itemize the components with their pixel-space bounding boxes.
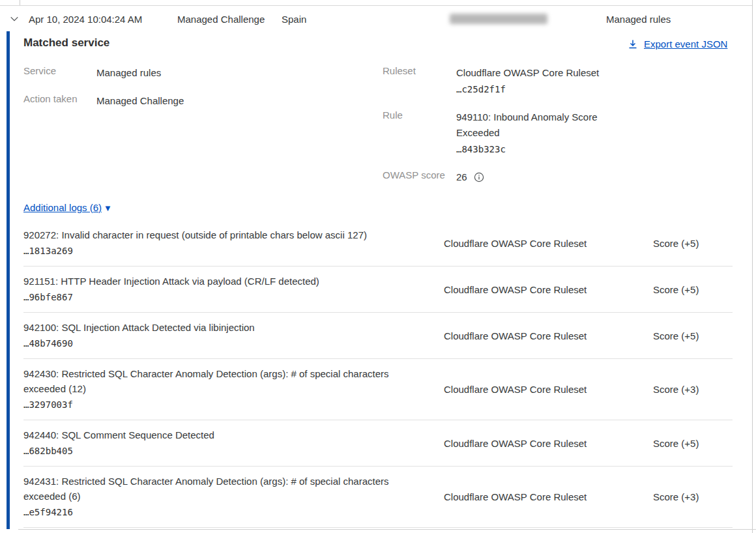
log-rule-hash: …e5f94216 xyxy=(23,505,411,520)
ruleset-name: Cloudflare OWASP Core Ruleset xyxy=(456,65,619,81)
download-icon xyxy=(628,39,638,50)
log-rule-hash: …96bfe867 xyxy=(23,290,411,305)
rule-id-hash: …843b323c xyxy=(456,141,619,157)
field-label: Ruleset xyxy=(383,65,456,97)
field-label: Rule xyxy=(383,109,456,157)
log-description: 942430: Restricted SQL Character Anomaly… xyxy=(23,366,411,396)
log-score: Score (+5) xyxy=(653,284,729,295)
log-score: Score (+3) xyxy=(653,491,729,502)
log-rule-hash: …1813a269 xyxy=(23,244,411,259)
caret-down-icon: ▼ xyxy=(104,204,112,212)
event-country: Spain xyxy=(282,13,306,24)
panel-bottom-border xyxy=(18,529,756,530)
firewall-event-panel: Apr 10, 2024 10:04:24 AM Managed Challen… xyxy=(0,0,756,533)
export-event-json-link[interactable]: Export event JSON xyxy=(628,38,727,50)
log-row: 921151: HTTP Header Injection Attack via… xyxy=(23,266,733,313)
log-ruleset: Cloudflare OWASP Core Ruleset xyxy=(444,238,620,249)
log-score: Score (+5) xyxy=(653,330,729,341)
log-ruleset: Cloudflare OWASP Core Ruleset xyxy=(444,384,620,395)
matched-service-fields-left: Service Managed rules Action taken Manag… xyxy=(23,65,305,121)
field-owasp-score: OWASP score 26 xyxy=(383,169,619,185)
field-label: OWASP score xyxy=(383,169,456,185)
log-description: 921151: HTTP Header Injection Attack via… xyxy=(23,274,411,289)
log-row: 920272: Invalid character in request (ou… xyxy=(23,226,733,266)
log-rule-hash: …48b74690 xyxy=(23,336,411,351)
matched-service-heading: Matched service xyxy=(23,36,109,50)
log-rule-hash: …682bb405 xyxy=(23,444,411,459)
expanded-row-indicator xyxy=(7,31,10,529)
log-rule-hash: …3297003f xyxy=(23,397,411,412)
log-row: 942100: SQL Injection Attack Detected vi… xyxy=(23,313,733,359)
log-score: Score (+5) xyxy=(653,438,729,449)
export-event-json-label: Export event JSON xyxy=(644,38,727,50)
matched-service-fields-right: Ruleset Cloudflare OWASP Core Ruleset …c… xyxy=(383,65,619,197)
field-value: Managed Challenge xyxy=(96,93,305,109)
info-icon[interactable] xyxy=(474,172,484,182)
chevron-down-icon[interactable] xyxy=(8,13,20,25)
log-ruleset: Cloudflare OWASP Core Ruleset xyxy=(444,491,620,502)
ruleset-id-hash: …c25d2f1f xyxy=(456,81,619,97)
additional-logs-table: 920272: Invalid character in request (ou… xyxy=(23,226,733,528)
rule-name: 949110: Inbound Anomaly Score Exceeded xyxy=(456,109,619,141)
log-ruleset: Cloudflare OWASP Core Ruleset xyxy=(444,284,620,295)
log-description: 942440: SQL Comment Sequence Detected xyxy=(23,427,411,442)
log-ruleset: Cloudflare OWASP Core Ruleset xyxy=(444,438,620,449)
field-label: Service xyxy=(23,65,96,81)
field-service: Service Managed rules xyxy=(23,65,305,81)
field-ruleset: Ruleset Cloudflare OWASP Core Ruleset …c… xyxy=(383,65,619,97)
log-row: 942440: SQL Comment Sequence Detected …6… xyxy=(23,420,733,467)
owasp-score-value: 26 xyxy=(456,169,467,185)
event-summary-row[interactable]: Apr 10, 2024 10:04:24 AM Managed Challen… xyxy=(0,5,752,31)
event-service: Managed rules xyxy=(606,13,671,24)
additional-logs-toggle[interactable]: Additional logs (6) ▼ xyxy=(23,202,112,213)
field-action-taken: Action taken Managed Challenge xyxy=(23,93,305,109)
field-rule: Rule 949110: Inbound Anomaly Score Excee… xyxy=(383,109,619,157)
redacted-host-blur xyxy=(450,14,547,24)
log-row: 942431: Restricted SQL Character Anomaly… xyxy=(23,467,733,528)
log-description: 942431: Restricted SQL Character Anomaly… xyxy=(23,474,411,504)
event-action: Managed Challenge xyxy=(177,13,265,24)
log-description: 942100: SQL Injection Attack Detected vi… xyxy=(23,320,411,335)
panel-right-border xyxy=(752,0,753,533)
log-score: Score (+5) xyxy=(653,238,729,249)
log-ruleset: Cloudflare OWASP Core Ruleset xyxy=(444,330,620,341)
table-column-divider xyxy=(20,0,20,5)
log-description: 920272: Invalid character in request (ou… xyxy=(23,227,411,242)
log-score: Score (+3) xyxy=(653,384,729,395)
log-row: 942430: Restricted SQL Character Anomaly… xyxy=(23,359,733,420)
field-value: Managed rules xyxy=(96,65,305,81)
event-timestamp: Apr 10, 2024 10:04:24 AM xyxy=(29,13,142,24)
field-label: Action taken xyxy=(23,93,96,109)
additional-logs-label: Additional logs (6) xyxy=(23,202,102,213)
